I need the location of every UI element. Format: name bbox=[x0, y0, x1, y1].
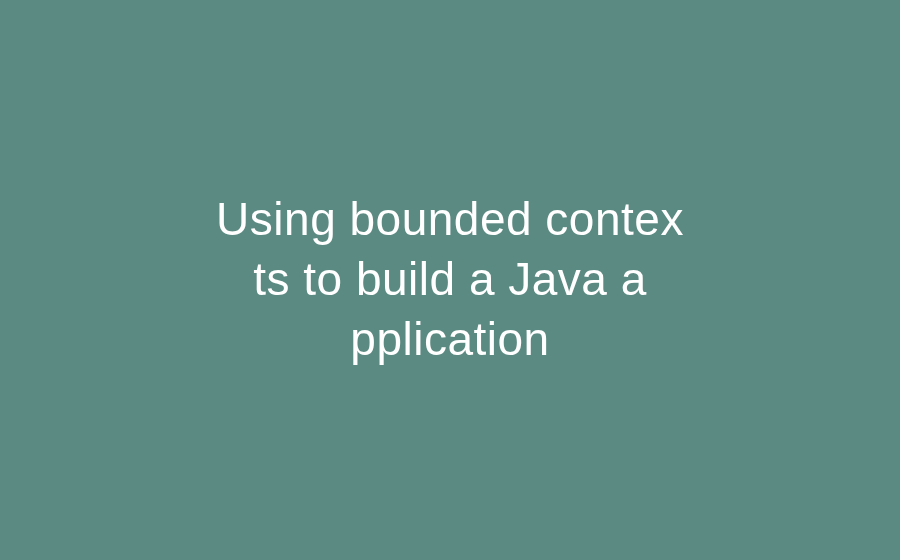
title-text: Using bounded contex ts to build a Java … bbox=[216, 190, 684, 369]
title-line-3: pplication bbox=[216, 310, 684, 370]
title-line-2: ts to build a Java a bbox=[216, 250, 684, 310]
title-line-1: Using bounded contex bbox=[216, 190, 684, 250]
